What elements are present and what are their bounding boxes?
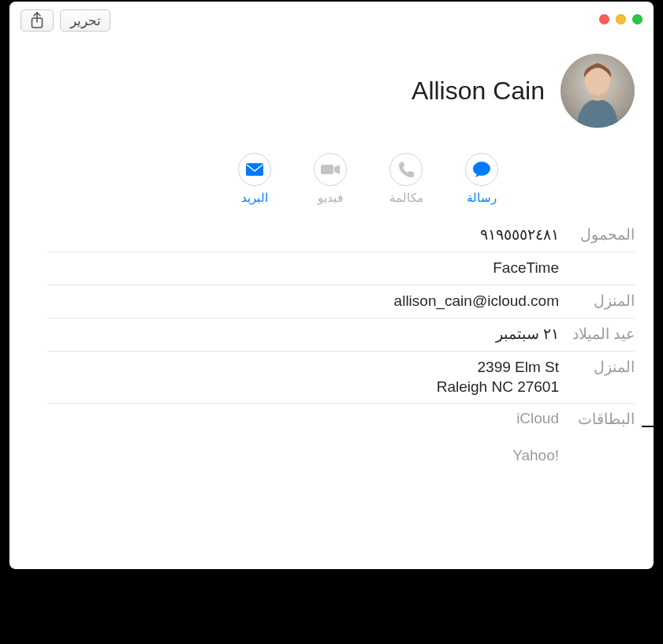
cards-row: iCloud البطاقات Yahoo! [47,404,635,464]
contact-name: Allison Cain [412,76,545,106]
mobile-value: ٩١٩٥٥٥٢٤٨١ [480,225,559,245]
mail-icon [245,162,264,177]
message-icon [472,161,491,178]
cards-value-1: iCloud [516,410,559,428]
home-email-value: allison_cain@icloud.com [394,292,559,311]
mobile-row[interactable]: ٩١٩٥٥٥٢٤٨١ المحمول [47,219,635,252]
svg-point-5 [473,162,490,176]
annotation-line [657,426,659,635]
cards-label-spacer [570,447,635,464]
message-icon-circle [465,153,498,186]
message-action-label: رسالة [467,191,497,205]
titlebar: تحرير [9,2,654,38]
home-address-label: المنزل [570,358,635,376]
birthday-value: ٢١ سبتمبر [496,325,559,344]
call-icon-circle [389,153,423,186]
mobile-label: المحمول [570,225,635,244]
contact-avatar[interactable] [561,54,635,128]
cards-label: البطاقات [570,410,635,428]
minimize-window-button[interactable] [616,14,626,24]
address-line1: 2399 Elm St [437,358,559,378]
window-controls [599,14,643,24]
toolbar-buttons: تحرير [20,9,110,32]
maximize-window-button[interactable] [632,14,643,24]
svg-rect-3 [246,163,263,176]
facetime-value: FaceTime [493,259,559,278]
facetime-label [570,259,635,276]
cards-value-2: Yahoo! [512,447,559,464]
video-icon [320,163,341,176]
call-action[interactable]: مكالمة [386,153,426,205]
video-icon-circle [314,153,347,186]
mail-action[interactable]: البريد [234,153,275,205]
share-icon [30,12,44,29]
contact-header: Allison Cain [9,38,635,136]
share-button[interactable] [20,9,54,32]
svg-rect-4 [321,165,333,174]
edit-button-label: تحرير [70,13,101,29]
message-action[interactable]: رسالة [461,153,502,205]
facetime-row[interactable]: FaceTime [47,252,635,285]
home-address-value: 2399 Elm St Raleigh NC 27601 [437,358,559,396]
contact-fields: ٩١٩٥٥٥٢٤٨١ المحمول FaceTime allison_cain… [9,219,635,464]
video-action-label: فيديو [318,191,343,205]
contact-card-window: تحرير Allison Cain [9,2,654,569]
home-email-row[interactable]: allison_cain@icloud.com المنزل [47,285,635,318]
contact-actions: البريد فيديو مكالمة [9,136,635,219]
close-window-button[interactable] [599,14,609,24]
avatar-image [561,54,635,128]
edit-button[interactable]: تحرير [60,9,110,32]
mail-action-label: البريد [241,191,268,205]
address-line2: Raleigh NC 27601 [437,378,559,397]
call-action-label: مكالمة [389,191,423,205]
video-action[interactable]: فيديو [310,153,351,205]
home-email-label: المنزل [570,292,635,310]
mail-icon-circle [238,153,271,186]
home-address-row[interactable]: 2399 Elm St Raleigh NC 27601 المنزل [47,352,635,404]
phone-icon [397,161,415,178]
birthday-row[interactable]: ٢١ سبتمبر عيد الميلاد [47,318,635,352]
annotation-tick [642,426,659,427]
contact-content: Allison Cain [9,38,654,464]
birthday-label: عيد الميلاد [570,325,635,343]
